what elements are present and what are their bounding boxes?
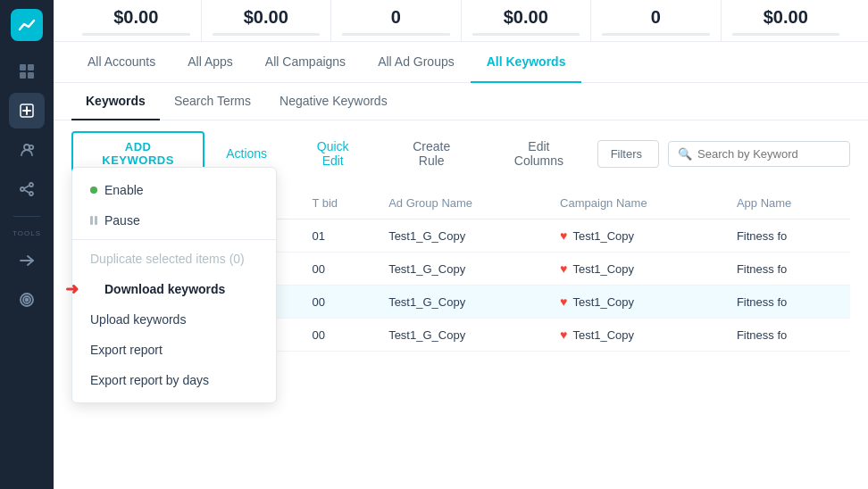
stat-5: 0 — [591, 0, 722, 41]
row-app-cell: Fitness fo — [726, 253, 850, 286]
pause-icon — [90, 216, 97, 225]
export-label: Export report — [90, 343, 163, 357]
row-adgroup-cell: Test1_G_Copy — [378, 319, 549, 352]
search-wrap: 🔍 — [668, 141, 850, 167]
toolbar: ADD KEYWORDS Actions Quick Edit Create R… — [54, 120, 868, 186]
svg-point-11 — [29, 192, 33, 195]
stat-2: $0.00 — [202, 0, 332, 41]
dropdown-upload[interactable]: Upload keywords — [72, 304, 276, 335]
dropdown-download[interactable]: ➜ Download keywords — [72, 274, 276, 304]
duplicate-label: Duplicate selected items (0) — [90, 252, 245, 266]
stat-value-5: 0 — [651, 7, 661, 28]
tab-all-apps[interactable]: All Apps — [171, 42, 249, 83]
svg-point-10 — [29, 183, 33, 186]
dropdown-export[interactable]: Export report — [72, 335, 276, 365]
arrow-icon: ➜ — [65, 279, 79, 299]
row-campaign-cell: ♥ Test1_Copy — [549, 253, 726, 286]
dropdown-export-days[interactable]: Export report by days — [72, 365, 276, 395]
row-adgroup-cell: Test1_G_Copy — [378, 253, 549, 286]
actions-dropdown-menu: Enable Pause Duplicate selected items (0… — [71, 167, 277, 403]
dropdown-separator-1 — [72, 239, 276, 240]
tab-all-keywords[interactable]: All Keywords — [471, 42, 582, 83]
tab-negative-keywords[interactable]: Negative Keywords — [265, 83, 402, 120]
svg-point-9 — [21, 187, 24, 191]
filters-label: Filters — [611, 147, 642, 161]
tab-keywords[interactable]: Keywords — [71, 83, 160, 120]
row-tbid-cell: 01 — [301, 220, 378, 253]
row-tbid-cell: 00 — [301, 286, 378, 319]
nav-target[interactable] — [9, 282, 45, 318]
svg-point-17 — [26, 299, 29, 302]
row-campaign-cell: ♥ Test1_Copy — [549, 220, 726, 253]
edit-columns-button[interactable]: Edit Columns — [489, 132, 588, 175]
heart-icon: ♥ — [560, 294, 567, 309]
row-campaign-cell: ♥ Test1_Copy — [549, 286, 726, 319]
download-label: Download keywords — [104, 282, 225, 296]
row-tbid-cell: 00 — [301, 319, 378, 352]
tools-label: TOOLS — [13, 229, 41, 237]
upload-label: Upload keywords — [90, 312, 186, 327]
svg-point-8 — [29, 145, 33, 149]
nav-grid[interactable] — [9, 54, 45, 89]
keyword-search-input[interactable] — [697, 147, 840, 161]
stat-value-4: $0.00 — [504, 7, 548, 28]
stat-1: $0.00 — [71, 0, 202, 41]
nav-people[interactable] — [9, 132, 45, 168]
tab-all-campaigns[interactable]: All Campaigns — [249, 42, 362, 83]
row-tbid-cell: 00 — [301, 253, 378, 286]
svg-rect-2 — [20, 72, 26, 79]
row-app-cell: Fitness fo — [726, 319, 850, 352]
svg-rect-3 — [28, 72, 34, 79]
stat-3: 0 — [331, 0, 462, 41]
stat-4: $0.00 — [462, 0, 592, 41]
search-icon: 🔍 — [678, 147, 692, 161]
sidebar-divider — [13, 216, 40, 217]
svg-line-13 — [24, 190, 29, 193]
pause-label: Pause — [104, 213, 140, 228]
create-rule-dropdown-button[interactable]: Create Rule — [386, 132, 480, 175]
nav-send[interactable] — [9, 243, 45, 278]
main-content: $0.00 $0.00 0 $0.00 0 $0.00 All Accounts… — [54, 0, 868, 489]
sidebar-logo[interactable] — [11, 9, 43, 41]
th-app: App Name — [726, 186, 850, 220]
row-app-cell: Fitness fo — [726, 220, 850, 253]
row-campaign-cell: ♥ Test1_Copy — [549, 319, 726, 352]
quick-edit-dropdown-button[interactable]: Quick Edit — [292, 132, 377, 175]
tab-search-terms[interactable]: Search Terms — [160, 83, 265, 120]
enable-label: Enable — [104, 183, 144, 197]
tab-all-ad-groups[interactable]: All Ad Groups — [362, 42, 471, 83]
actions-dropdown-button[interactable]: Actions — [213, 139, 283, 168]
heart-icon: ♥ — [560, 228, 567, 243]
stat-value-2: $0.00 — [244, 7, 288, 28]
row-adgroup-cell: Test1_G_Copy — [378, 220, 549, 253]
outer-nav-tabs: All Accounts All Apps All Campaigns All … — [54, 42, 868, 83]
svg-line-12 — [24, 186, 29, 188]
row-app-cell: Fitness fo — [726, 286, 850, 319]
svg-rect-0 — [20, 64, 26, 70]
filters-button[interactable]: Filters — [597, 140, 659, 168]
heart-icon: ♥ — [560, 327, 567, 342]
th-tbid: T bid — [301, 186, 378, 220]
stats-bar: $0.00 $0.00 0 $0.00 0 $0.00 — [54, 0, 868, 42]
stat-value-3: 0 — [391, 7, 401, 28]
heart-icon: ♥ — [560, 261, 567, 276]
sidebar: TOOLS — [0, 0, 54, 489]
th-campaign: Campaign Name — [549, 186, 726, 220]
dropdown-duplicate[interactable]: Duplicate selected items (0) — [72, 244, 276, 274]
enable-status-icon — [90, 186, 97, 194]
th-adgroup: Ad Group Name — [378, 186, 549, 220]
dropdown-pause[interactable]: Pause — [72, 205, 276, 236]
dropdown-enable[interactable]: Enable — [72, 175, 276, 205]
inner-tabs: Keywords Search Terms Negative Keywords — [54, 83, 868, 120]
export-days-label: Export report by days — [90, 373, 209, 387]
stat-value-6: $0.00 — [764, 7, 808, 28]
toolbar-right: Filters 🔍 — [597, 140, 850, 168]
row-adgroup-cell: Test1_G_Copy — [378, 286, 549, 319]
stat-6: $0.00 — [722, 0, 851, 41]
nav-add[interactable] — [9, 93, 45, 128]
tab-all-accounts[interactable]: All Accounts — [71, 42, 171, 83]
svg-rect-1 — [28, 64, 34, 70]
nav-graph[interactable] — [9, 171, 45, 207]
stat-value-1: $0.00 — [113, 7, 158, 28]
